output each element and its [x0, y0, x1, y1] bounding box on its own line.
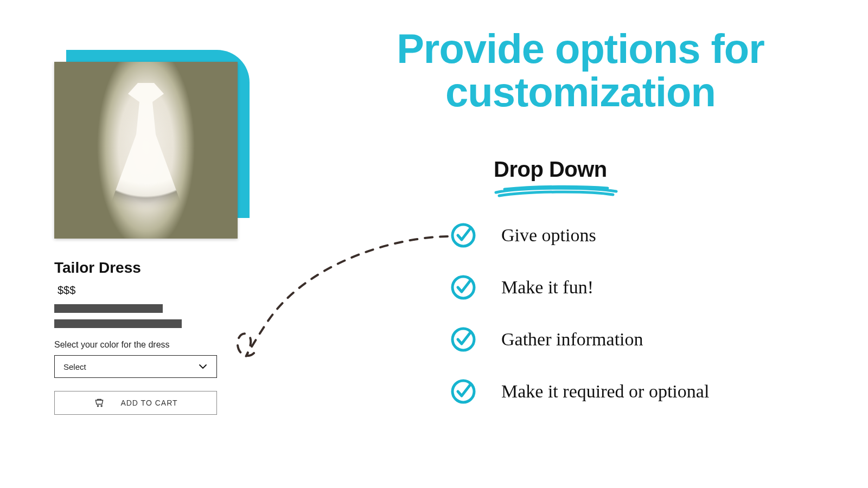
select-placeholder-text: Select: [63, 362, 86, 371]
bullet-list: Give options Make it fun! Gather informa…: [450, 222, 830, 431]
checkmark-icon: [450, 378, 476, 404]
list-item: Make it fun!: [450, 274, 830, 300]
list-item: Make it required or optional: [450, 378, 830, 404]
dress-illustration: [105, 83, 187, 219]
placeholder-line: [54, 304, 163, 313]
underline-scribble: [494, 185, 618, 199]
svg-point-1: [101, 406, 103, 407]
add-to-cart-button[interactable]: ADD TO CART: [54, 391, 217, 415]
checkmark-icon: [450, 326, 476, 352]
bullet-text: Give options: [501, 225, 596, 246]
bullet-text: Make it required or optional: [501, 381, 709, 402]
color-select[interactable]: Select: [54, 355, 217, 378]
chevron-down-icon: [198, 362, 208, 371]
bullet-text: Make it fun!: [501, 277, 593, 298]
add-to-cart-label: ADD TO CART: [120, 399, 177, 407]
list-item: Gather information: [450, 326, 830, 352]
product-price: $$$: [58, 284, 222, 297]
checkmark-icon: [450, 222, 476, 248]
product-title: Tailor Dress: [54, 259, 222, 277]
placeholder-line: [54, 319, 182, 328]
product-info: Tailor Dress $$$ Select your color for t…: [54, 259, 222, 415]
svg-point-0: [98, 406, 99, 407]
subhead: Drop Down: [494, 157, 618, 182]
option-label: Select your color for the dress: [54, 340, 222, 350]
headline: Provide options for customization: [320, 27, 841, 114]
arrow-swoosh: [228, 232, 456, 373]
checkmark-icon: [450, 274, 476, 300]
list-item: Give options: [450, 222, 830, 248]
product-image: [54, 62, 238, 239]
cart-icon: [93, 397, 105, 408]
subhead-block: Drop Down: [494, 157, 618, 201]
bullet-text: Gather information: [501, 329, 643, 350]
